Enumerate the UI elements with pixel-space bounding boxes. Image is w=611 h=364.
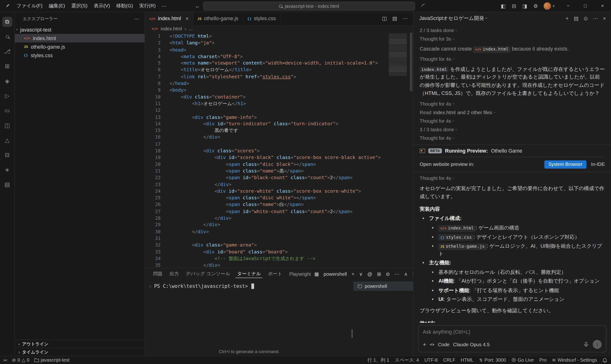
- chat-input-box[interactable]: Ask anything (Ctrl+L) + <> Code Claude O…: [418, 325, 607, 352]
- panel-tab-出力[interactable]: 出力: [166, 268, 182, 280]
- more-actions-icon[interactable]: ⋯: [134, 16, 139, 22]
- terminal-panel-icon[interactable]: ▦: [314, 271, 319, 277]
- panel-tab-デバッグ コンソール[interactable]: デバッグ コンソール: [182, 268, 234, 280]
- tab-othello-game.js[interactable]: JSothello-game.js: [193, 12, 243, 25]
- cursor-position[interactable]: 行 1、列 1: [367, 357, 389, 364]
- collapsible-status-row[interactable]: Thought for 3s›: [420, 36, 605, 42]
- microphone-icon[interactable]: [584, 342, 588, 347]
- port-status[interactable]: ↯ Port: 3000: [479, 357, 506, 363]
- add-context-icon[interactable]: +: [423, 341, 426, 348]
- file-styles.css[interactable]: {}styles.css: [15, 51, 144, 60]
- terminal-list-item[interactable]: powershell: [353, 281, 413, 291]
- more-actions-icon[interactable]: ⋯: [394, 271, 399, 277]
- editor-scrollbar[interactable]: [409, 33, 413, 268]
- toggle-panel-icon[interactable]: ⊟: [512, 3, 516, 9]
- system-browser-button[interactable]: System Browser: [544, 160, 586, 169]
- send-button[interactable]: ↑: [593, 340, 602, 349]
- tab-styles.css[interactable]: {}styles.css: [243, 12, 280, 25]
- file-index.html[interactable]: </>index.html: [15, 34, 144, 42]
- minimize-button[interactable]: −: [559, 0, 577, 12]
- chat-input-placeholder[interactable]: Ask anything (Ctrl+L): [423, 329, 601, 335]
- breadcrumb[interactable]: </> index.html › ...: [145, 25, 413, 33]
- terminal-viewport[interactable]: ○ PS C:\work\test\javascript-test> Ctrl+…: [145, 280, 353, 356]
- section-アウトライン[interactable]: ›アウトライン: [15, 339, 144, 348]
- avatar[interactable]: [544, 2, 551, 10]
- menu-overflow[interactable]: ⋯: [159, 2, 169, 10]
- remote-indicator[interactable]: ><: [3, 358, 7, 362]
- kill-terminal-icon[interactable]: ⊘: [386, 271, 390, 277]
- collapsible-status-row[interactable]: Thought for 4s›: [420, 56, 605, 62]
- project-status[interactable]: javascript-test: [34, 357, 69, 363]
- activity-marketplace[interactable]: ∗: [0, 162, 15, 177]
- collapsible-status-row[interactable]: 3 / 3 tasks done›: [420, 127, 605, 132]
- panel-tab-Playwright[interactable]: Playwright: [286, 268, 314, 280]
- activity-search[interactable]: [0, 29, 15, 44]
- file-othello-game.js[interactable]: JSothello-game.js: [15, 42, 144, 51]
- menu-item[interactable]: 実行(R): [136, 1, 159, 11]
- activity-source-control[interactable]: ⎇: [0, 44, 15, 59]
- panel-tab-問題[interactable]: 問題: [153, 268, 166, 280]
- active-shell-label[interactable]: powershell: [324, 271, 347, 277]
- collapsible-status-row[interactable]: 2 / 3 tasks done›: [420, 28, 605, 33]
- scrollbar-thumb[interactable]: [410, 33, 412, 91]
- go-live-button[interactable]: ⦿ Go Live: [512, 357, 534, 363]
- notifications-bell-icon[interactable]: [602, 358, 607, 363]
- conversation-history-icon[interactable]: ▤: [574, 15, 578, 21]
- activity-map[interactable]: ⊞: [0, 59, 15, 74]
- maximize-panel-icon[interactable]: ∧: [404, 271, 407, 277]
- code-editor[interactable]: 1234567891011121314151617181920212223242…: [145, 33, 413, 268]
- split-terminal-icon[interactable]: ⊞: [377, 271, 381, 277]
- toggle-secondary-sidebar-icon[interactable]: ◨: [522, 3, 527, 9]
- eol-sequence[interactable]: CRLF: [443, 357, 455, 363]
- menu-item[interactable]: 表示(V): [91, 1, 113, 11]
- more-actions-icon[interactable]: ⋯: [403, 16, 407, 22]
- split-editor-icon[interactable]: ◫: [382, 16, 387, 22]
- toggle-primary-sidebar-icon[interactable]: ◧: [501, 3, 505, 9]
- activity-design[interactable]: ◈: [0, 74, 15, 88]
- activity-folders[interactable]: ▤: [0, 177, 15, 192]
- encoding[interactable]: UTF-8: [424, 357, 438, 363]
- menu-item[interactable]: ファイル(F): [13, 1, 46, 11]
- account-menu[interactable]: ∨: [544, 2, 555, 10]
- menu-item[interactable]: 選択(S): [68, 1, 91, 11]
- activity-extensions[interactable]: ◫: [0, 118, 15, 133]
- new-conversation-icon[interactable]: +: [566, 15, 569, 21]
- mode-selector[interactable]: Code: [438, 342, 449, 347]
- panel-tab-ターミナル[interactable]: ターミナル: [234, 268, 265, 280]
- back-button[interactable]: ←: [195, 3, 200, 9]
- close-button[interactable]: ×: [594, 0, 611, 12]
- panel-tab-ポート[interactable]: ポート: [265, 268, 286, 280]
- model-selector[interactable]: Claude Opus 4.5: [453, 342, 490, 347]
- activity-run-debug[interactable]: ▷: [0, 89, 15, 103]
- collapsible-status-row[interactable]: Thought for 4s›: [420, 118, 605, 124]
- tab-index.html[interactable]: </>index.html×: [145, 12, 193, 25]
- customize-layout-icon[interactable]: ▤: [392, 16, 397, 22]
- activity-database[interactable]: ⊟: [0, 148, 15, 162]
- collapsible-status-row[interactable]: Thought for 4s›: [420, 176, 605, 181]
- menu-item[interactable]: 移動(G): [113, 1, 136, 11]
- settings-gear-icon[interactable]: ⚙: [533, 3, 538, 9]
- windsurf-settings[interactable]: ≋ Windsurf - Settings: [552, 357, 597, 363]
- read-files-row[interactable]: Read index.html and 2 other files›: [420, 110, 605, 115]
- activity-testing[interactable]: △: [0, 133, 15, 148]
- menu-item[interactable]: 編集(E): [46, 1, 68, 11]
- command-center-search[interactable]: javascript-test - index.html: [203, 2, 415, 11]
- activity-explorer[interactable]: ⧉: [0, 14, 15, 29]
- minimap[interactable]: [388, 33, 409, 268]
- in-ide-button[interactable]: In-IDE: [591, 162, 605, 167]
- collapsible-status-row[interactable]: Thought for 4s›: [420, 101, 605, 106]
- indentation[interactable]: スペース: 4: [395, 357, 419, 364]
- open-in-window-icon[interactable]: ⊙: [584, 15, 588, 21]
- code-content[interactable]: <!DOCTYPE html><html lang="ja"><head> <m…: [170, 33, 388, 268]
- more-options-icon[interactable]: ⋯: [593, 15, 598, 21]
- new-terminal-icon[interactable]: +: [352, 271, 354, 277]
- activity-devices[interactable]: ▭: [0, 103, 15, 118]
- pro-badge[interactable]: Pro: [539, 357, 547, 363]
- collapsible-status-row[interactable]: Thought for 4s›: [420, 135, 605, 141]
- language-mode[interactable]: HTML: [461, 357, 474, 363]
- at-mention-icon[interactable]: @: [367, 271, 372, 277]
- section-タイムライン[interactable]: ›タイムライン: [15, 348, 144, 356]
- close-panel-icon[interactable]: ×: [603, 15, 606, 21]
- folder-javascript-test[interactable]: › javascript-test: [15, 26, 144, 34]
- conversation-title[interactable]: JavaScriptオセロゲーム開発: [419, 15, 484, 22]
